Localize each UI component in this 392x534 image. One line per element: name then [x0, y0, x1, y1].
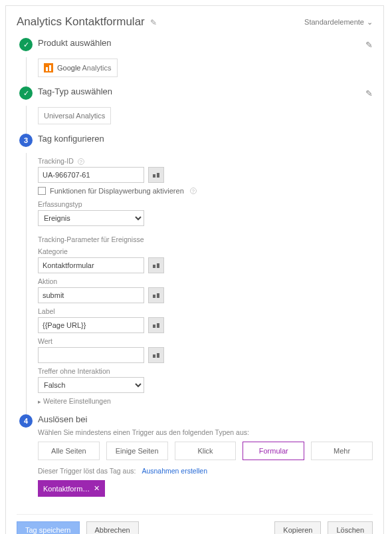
help-icon[interactable]: ?: [190, 188, 197, 194]
track-type-select[interactable]: Ereignis: [38, 210, 144, 226]
step-1-row: ✓ Produkt auswählen ✎: [17, 38, 373, 57]
svg-rect-7: [157, 323, 159, 328]
svg-rect-0: [153, 174, 155, 178]
svg-rect-2: [153, 265, 155, 268]
value-input[interactable]: [38, 347, 144, 363]
step-3-content: Tracking-ID ? Funktionen für Displaywerb…: [17, 153, 373, 414]
page-title-text: Analytics Kontaktformular: [17, 15, 145, 28]
chevron-down-icon: ⌄: [367, 18, 373, 27]
step-1-done-icon: ✓: [19, 38, 33, 51]
action-input[interactable]: [38, 287, 144, 303]
trigger-chip-kontaktformular[interactable]: Kontaktform… ✕: [38, 480, 105, 497]
trigger-type-some-pages[interactable]: Einige Seiten: [106, 442, 168, 460]
label-variable-button[interactable]: [148, 317, 164, 333]
chevron-right-icon: ▸: [38, 398, 41, 405]
step-2-title: Tag-Typ auswählen: [38, 86, 365, 96]
trigger-hint: Wählen Sie mindestens einen Trigger aus …: [38, 428, 373, 436]
footer-row: Tag speichern Abbrechen Kopieren Löschen: [17, 514, 373, 534]
building-block-icon: [152, 171, 160, 179]
trigger-type-all-pages[interactable]: Alle Seiten: [38, 442, 100, 460]
display-ads-row: Funktionen für Displaywerbung aktivieren…: [38, 187, 373, 195]
product-chip-google-analytics[interactable]: Google Analytics: [38, 59, 118, 77]
category-label: Kategorie: [38, 247, 373, 255]
tag-type-label: Universal Analytics: [44, 112, 105, 120]
action-variable-button[interactable]: [148, 287, 164, 303]
svg-rect-9: [157, 353, 159, 358]
track-type-label: Erfassungstyp: [38, 200, 373, 208]
help-icon[interactable]: ?: [78, 158, 84, 165]
value-variable-button[interactable]: [148, 347, 164, 363]
tag-editor-panel: Analytics Kontaktformular ✎ Standardelem…: [5, 5, 384, 534]
building-block-icon: [152, 291, 160, 299]
step-3-number-icon: 3: [19, 134, 33, 147]
fires-on-text: Dieser Trigger löst das Tag aus:: [38, 467, 136, 475]
edit-title-icon[interactable]: ✎: [150, 18, 157, 27]
category-variable-button[interactable]: [148, 257, 164, 273]
save-tag-button[interactable]: Tag speichern: [17, 521, 80, 534]
product-name: Analytics: [82, 64, 111, 72]
svg-rect-4: [153, 295, 155, 298]
display-ads-checkbox[interactable]: [38, 187, 46, 195]
label-input[interactable]: [38, 317, 144, 333]
cancel-button[interactable]: Abbrechen: [86, 521, 139, 534]
step-3-row: 3 Tag konfigurieren: [17, 134, 373, 153]
trigger-type-grid: Alle Seiten Einige Seiten Klick Formular…: [38, 442, 373, 460]
value-label: Wert: [38, 337, 373, 345]
trigger-chip-label: Kontaktform…: [43, 485, 90, 493]
label-label: Label: [38, 307, 373, 315]
page-title: Analytics Kontaktformular ✎: [17, 15, 304, 29]
google-analytics-icon: [44, 63, 53, 72]
step-1-title: Produkt auswählen: [38, 38, 365, 48]
step-2-edit-icon[interactable]: ✎: [365, 88, 373, 98]
step-2-done-icon: ✓: [19, 86, 33, 100]
fires-on-row: Dieser Trigger löst das Tag aus: Ausnahm…: [38, 467, 373, 475]
building-block-icon: [152, 351, 160, 359]
category-input[interactable]: [38, 257, 144, 273]
action-label: Aktion: [38, 277, 373, 285]
header-row: Analytics Kontaktformular ✎ Standardelem…: [17, 15, 373, 29]
more-settings-toggle[interactable]: ▸ Weitere Einstellungen: [38, 397, 373, 405]
delete-button[interactable]: Löschen: [328, 521, 373, 534]
svg-rect-3: [157, 263, 159, 268]
tracking-id-input[interactable]: [38, 167, 144, 183]
remove-trigger-icon[interactable]: ✕: [94, 484, 100, 493]
step-4-row: 4 Auslösen bei Wählen Sie mindestens ein…: [17, 414, 373, 502]
standard-elements-dropdown[interactable]: Standardelemente ⌄: [304, 18, 373, 27]
svg-rect-5: [157, 293, 159, 298]
tracking-id-label: Tracking-ID ?: [38, 157, 373, 165]
step-4-title: Auslösen bei: [38, 414, 373, 424]
step-4-number-icon: 4: [19, 414, 33, 428]
product-brand: Google: [57, 64, 80, 72]
display-ads-label: Funktionen für Displaywerbung aktivieren: [50, 187, 184, 195]
building-block-icon: [152, 321, 160, 329]
noninteraction-label: Treffer ohne Interaktion: [38, 367, 373, 375]
step-1-content: Google Analytics: [17, 57, 373, 86]
svg-rect-1: [157, 173, 159, 178]
svg-rect-6: [153, 325, 155, 328]
step-2-row: ✓ Tag-Typ auswählen ✎: [17, 86, 373, 106]
step-3-title: Tag konfigurieren: [38, 134, 373, 144]
tracking-params-header: Tracking-Parameter für Ereignisse: [38, 235, 373, 243]
step-1-edit-icon[interactable]: ✎: [365, 40, 373, 50]
trigger-type-form[interactable]: Formular: [243, 442, 304, 460]
standard-elements-label: Standardelemente: [304, 18, 364, 26]
trigger-type-click[interactable]: Klick: [175, 442, 237, 460]
building-block-icon: [152, 261, 160, 269]
step-2-content: Universal Analytics: [17, 106, 373, 134]
exceptions-link[interactable]: Ausnahmen erstellen: [142, 467, 207, 475]
copy-button[interactable]: Kopieren: [274, 521, 321, 534]
noninteraction-select[interactable]: Falsch: [38, 377, 144, 393]
svg-rect-8: [153, 354, 155, 358]
tracking-id-variable-button[interactable]: [148, 167, 164, 183]
more-settings-label: Weitere Einstellungen: [43, 397, 111, 405]
trigger-type-more[interactable]: Mehr: [311, 442, 373, 460]
tag-type-chip[interactable]: Universal Analytics: [38, 107, 111, 124]
